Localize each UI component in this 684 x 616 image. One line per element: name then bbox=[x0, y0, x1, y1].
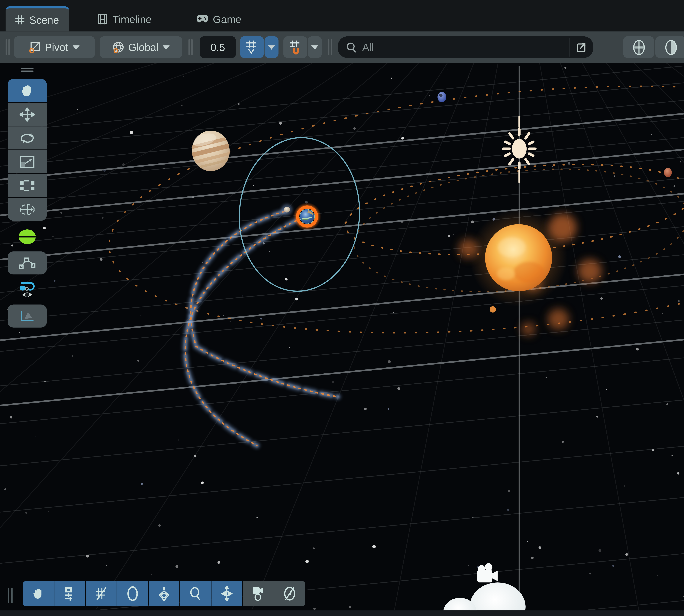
toolbar-grip[interactable] bbox=[6, 39, 7, 55]
timeline-film-icon bbox=[98, 14, 107, 24]
planet-tool[interactable] bbox=[8, 225, 47, 248]
hand-tool[interactable] bbox=[8, 79, 47, 102]
grid-magnet-icon bbox=[289, 40, 301, 54]
trajectory-eye-tool[interactable] bbox=[8, 278, 47, 301]
game-gamepad-icon bbox=[197, 15, 208, 23]
search-icon bbox=[346, 42, 357, 53]
bezier-path-icon bbox=[19, 257, 36, 269]
compass-slash-icon bbox=[282, 586, 297, 601]
tiny-orange-moon[interactable] bbox=[489, 306, 496, 312]
scale-tool[interactable] bbox=[8, 150, 47, 173]
pivot-dropdown[interactable]: Pivot bbox=[14, 36, 95, 58]
sphere-shaded-icon bbox=[632, 39, 645, 55]
trajectory-eye-icon bbox=[18, 280, 37, 299]
mars-planet[interactable] bbox=[664, 168, 672, 177]
orbit-ellipse-tool[interactable] bbox=[117, 581, 148, 606]
properties-sliders-tool[interactable] bbox=[54, 581, 85, 606]
camera-capture-tool[interactable] bbox=[243, 581, 274, 606]
magnifier-icon bbox=[189, 586, 202, 601]
search-box[interactable]: All bbox=[338, 36, 593, 58]
grid-slash-icon bbox=[94, 587, 108, 601]
space-background bbox=[0, 63, 684, 610]
snap-grid-icon bbox=[246, 40, 258, 54]
sphere-half-icon bbox=[664, 39, 678, 55]
gem-diamond-tool[interactable] bbox=[149, 581, 179, 606]
path-curve-tool[interactable] bbox=[8, 251, 47, 274]
move-tool[interactable] bbox=[8, 103, 47, 126]
move-crosshair-tool[interactable] bbox=[211, 581, 242, 606]
tab-bar: Scene Timeline Game ⋮ bbox=[0, 0, 684, 31]
compass-navigate-tool[interactable] bbox=[274, 581, 305, 606]
ellipse-icon bbox=[126, 586, 139, 601]
toolbar-separator bbox=[191, 39, 192, 55]
earth-planet-selected[interactable] bbox=[293, 203, 321, 230]
toolbar-grip[interactable] bbox=[8, 39, 10, 55]
transform-tool[interactable] bbox=[8, 198, 47, 221]
snap-dropdown[interactable] bbox=[265, 36, 278, 58]
unity-editor-window: y x Persp Scene bbox=[0, 0, 684, 616]
transform-icon bbox=[19, 202, 36, 216]
grid-snap-button[interactable] bbox=[283, 36, 307, 58]
tab-scene[interactable]: Scene bbox=[6, 6, 69, 31]
global-label: Global bbox=[128, 41, 159, 53]
angle-cone-icon bbox=[19, 309, 36, 323]
tab-game-label: Game bbox=[213, 13, 241, 25]
chevron-down-icon bbox=[72, 45, 79, 49]
pivot-icon bbox=[29, 41, 41, 53]
rotate-icon bbox=[20, 132, 35, 144]
view-tools-bar bbox=[23, 581, 305, 606]
tab-timeline[interactable]: Timeline bbox=[88, 6, 161, 31]
tools-sidebar bbox=[7, 66, 47, 328]
zoom-search-tool[interactable] bbox=[180, 581, 211, 606]
tab-timeline-label: Timeline bbox=[112, 13, 152, 25]
grid-toggle-tool[interactable] bbox=[86, 581, 117, 606]
rect-tool[interactable] bbox=[8, 174, 47, 197]
pan-hand-tool[interactable] bbox=[23, 581, 54, 606]
chevron-down-icon bbox=[311, 45, 318, 49]
move-icon bbox=[20, 107, 35, 121]
sphere-shaded-toggle[interactable] bbox=[623, 36, 654, 58]
search-jump-icon[interactable] bbox=[576, 41, 588, 54]
sliders-icon bbox=[64, 587, 76, 601]
tab-scene-label: Scene bbox=[29, 14, 59, 26]
scene-grid-icon bbox=[15, 15, 24, 24]
tab-game[interactable]: Game bbox=[187, 6, 251, 31]
rotate-tool[interactable] bbox=[8, 126, 47, 149]
sphere-half-toggle[interactable] bbox=[655, 36, 684, 58]
green-planet-icon bbox=[18, 229, 37, 244]
pivot-label: Pivot bbox=[45, 41, 68, 53]
toolbar-separator bbox=[188, 39, 190, 55]
gem-icon bbox=[158, 586, 170, 601]
window-bottom-edge bbox=[0, 610, 684, 616]
rect-icon bbox=[20, 179, 35, 192]
grid-snap-dropdown[interactable] bbox=[308, 36, 322, 58]
sidebar-grip[interactable] bbox=[7, 68, 47, 72]
hand-icon bbox=[32, 587, 45, 601]
grid-size-field[interactable]: 0.5 bbox=[200, 36, 236, 58]
crosshair-icon bbox=[220, 586, 234, 601]
toolbar-separator bbox=[331, 39, 332, 55]
grid-size-value: 0.5 bbox=[210, 41, 225, 53]
bottom-toolbar-grip[interactable] bbox=[8, 588, 13, 603]
chevron-down-icon bbox=[163, 45, 170, 49]
snap-toggle-button[interactable] bbox=[240, 36, 264, 58]
scale-icon bbox=[20, 155, 35, 168]
chevron-down-icon bbox=[268, 45, 275, 49]
blue-planet[interactable] bbox=[437, 92, 446, 103]
angle-cone-tool[interactable] bbox=[8, 304, 47, 327]
scene-viewport[interactable]: y x Persp bbox=[0, 0, 684, 616]
scene-toolbar: Pivot Global 0.5 bbox=[0, 31, 684, 63]
hand-icon bbox=[20, 84, 34, 97]
earth-moon[interactable] bbox=[284, 206, 290, 213]
camera-ring-icon bbox=[251, 586, 265, 601]
globe-icon bbox=[112, 41, 124, 53]
search-divider bbox=[569, 38, 570, 57]
search-value[interactable]: All bbox=[362, 41, 374, 53]
toolbar-separator bbox=[328, 39, 329, 55]
global-dropdown[interactable]: Global bbox=[100, 36, 182, 58]
